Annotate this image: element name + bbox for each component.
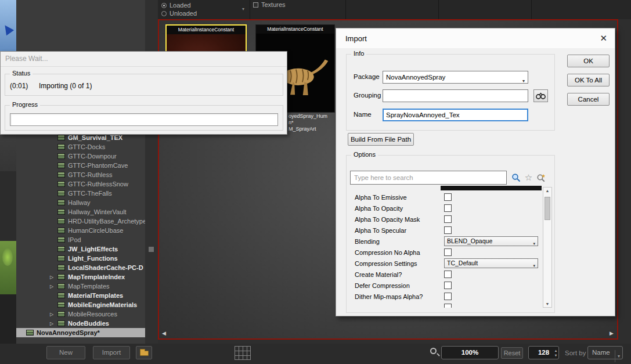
zoom-level-slider[interactable]: 100%: [441, 346, 499, 359]
tree-item[interactable]: ▷MapTemplates: [16, 282, 145, 291]
radio-loaded[interactable]: Loaded: [161, 2, 191, 9]
tree-item[interactable]: MobileEngineMaterials: [16, 300, 145, 309]
option-checkbox[interactable]: [444, 304, 452, 308]
tree-item[interactable]: ▷NodeBuddies: [16, 319, 145, 328]
tree-item[interactable]: IPod: [16, 235, 145, 244]
build-from-file-path-button[interactable]: Build From File Path: [348, 133, 414, 146]
option-checkbox[interactable]: [444, 248, 452, 256]
info-groupbox: Info Package NovaAnnoyedSpray ▾ Grouping…: [346, 54, 555, 131]
package-combobox[interactable]: NovaAnnoyedSpray ▾: [383, 71, 528, 84]
tree-item[interactable]: JW_LightEffects: [16, 244, 145, 254]
tree-item[interactable]: GTTC-Downpour: [16, 152, 145, 161]
tree-item-label: HumanCircleUbase: [68, 227, 123, 234]
asset-name-line: n*: [289, 120, 327, 126]
import-button[interactable]: Import: [93, 346, 130, 359]
option-checkbox[interactable]: [444, 226, 452, 234]
tree-item[interactable]: GTTC-Docks: [16, 142, 145, 152]
please-wait-title: Please Wait...: [5, 55, 48, 63]
tree-item[interactable]: GTTC-TheFalls: [16, 189, 145, 198]
expander-icon[interactable]: ▷: [50, 312, 57, 317]
scroll-up-icon[interactable]: ▲: [543, 189, 551, 193]
favorites-button[interactable]: ☆: [522, 171, 535, 185]
hscroll-right-icon[interactable]: ▶: [610, 330, 614, 336]
thumbnail-size-value: 128: [538, 349, 549, 356]
import-options-list: Alpha To EmissiveAlpha To OpacityAlpha T…: [350, 192, 542, 308]
option-checkbox[interactable]: [444, 193, 452, 201]
tree-item[interactable]: NovaAnnoyedSpray*: [16, 328, 145, 337]
name-label: Name: [354, 111, 372, 118]
search-options-icon: [536, 173, 546, 182]
scroll-down-icon[interactable]: ▼: [543, 302, 551, 306]
binoculars-icon: [536, 92, 546, 99]
asset-name-line: M_SprayArt: [289, 126, 327, 132]
sort-field-dropdown[interactable]: Name ▾: [587, 346, 623, 359]
tree-item[interactable]: ▷MapTemplateIndex: [16, 272, 145, 282]
open-package-button[interactable]: [136, 346, 152, 359]
asset-name-label: oyedSpray_Humn*M_SprayArt: [289, 113, 327, 132]
tree-item[interactable]: GTTC-RuthlessSnow: [16, 179, 145, 189]
browse-groups-button[interactable]: [533, 89, 548, 102]
grass-tuft: [2, 248, 13, 266]
asset-type-label: MaterialInstanceConstant: [256, 25, 334, 34]
tree-item[interactable]: Hallway: [16, 198, 145, 207]
tree-item[interactable]: GTTC-Ruthless: [16, 170, 145, 179]
option-checkbox[interactable]: [444, 204, 452, 212]
expander-icon[interactable]: ▷: [50, 284, 57, 289]
column-divider: [531, 0, 532, 19]
thumbnail-size-stepper[interactable]: 128 ▴▾: [528, 346, 559, 359]
option-label: Alpha To Opacity Mask: [350, 216, 444, 223]
tree-item-label: MapTemplates: [68, 283, 110, 290]
scrollbar-thumb[interactable]: [545, 197, 550, 220]
tree-item-label: GTTC-Docks: [68, 143, 105, 150]
tree-item[interactable]: GTTC-PhantomCave: [16, 161, 145, 170]
option-checkbox[interactable]: [444, 282, 452, 289]
filter-dropdown-arrow-icon[interactable]: ▾: [242, 6, 244, 12]
advanced-search-button[interactable]: [535, 171, 547, 185]
option-checkbox[interactable]: [444, 293, 452, 300]
stepper-arrows-icon[interactable]: ▴▾: [555, 348, 557, 358]
import-dialog-titlebar[interactable]: Import ✕: [336, 28, 615, 48]
ok-to-all-button[interactable]: OK To All: [567, 74, 610, 87]
tree-item[interactable]: HumanCircleUbase: [16, 226, 145, 235]
option-row: BlendingBLEND_Opaque▾: [350, 236, 542, 247]
ok-button[interactable]: OK: [567, 55, 610, 67]
checkbox-textures[interactable]: Textures: [253, 1, 286, 8]
property-column-splitter[interactable]: [441, 186, 542, 190]
grouping-combobox[interactable]: [383, 89, 528, 102]
textures-label: Textures: [261, 1, 286, 8]
asset-name-line: oyedSpray_Hum: [289, 113, 327, 120]
progress-bar: [10, 113, 278, 126]
tree-item[interactable]: MaterialTemplates: [16, 291, 145, 300]
package-icon: [57, 274, 65, 280]
tree-item[interactable]: ▷MobileResources: [16, 309, 145, 319]
package-label: Package: [354, 73, 380, 80]
tree-item[interactable]: LocalShaderCache-PC-D: [16, 263, 145, 272]
new-package-button[interactable]: New: [46, 346, 85, 359]
thumbnail-view-icon[interactable]: [235, 346, 251, 360]
hscroll-left-icon[interactable]: ◀: [162, 330, 166, 336]
tree-item[interactable]: Light_Functions: [16, 254, 145, 263]
package-icon: [57, 181, 65, 187]
close-icon[interactable]: ✕: [600, 33, 607, 44]
tree-item-label: GTTC-TheFalls: [68, 190, 112, 197]
search-button[interactable]: [510, 171, 522, 185]
expander-icon[interactable]: ▷: [50, 321, 57, 326]
options-search-input[interactable]: [350, 171, 507, 185]
name-input[interactable]: [383, 109, 528, 121]
expander-icon[interactable]: ▷: [50, 275, 57, 280]
radio-unloaded[interactable]: Unloaded: [161, 10, 197, 17]
option-row: Compression SettingsTC_Default▾: [350, 258, 542, 269]
scrollbar-thumb[interactable]: [149, 247, 154, 252]
tree-item[interactable]: Hallway_WinterVault: [16, 207, 145, 217]
tree-item[interactable]: HRD-UtilityBase_Archetypes: [16, 217, 145, 226]
options-scrollbar[interactable]: ▲ ▼: [543, 187, 552, 308]
option-checkbox[interactable]: [444, 271, 452, 278]
viewport-shadow: [0, 171, 16, 241]
checkbox-icon: [253, 2, 258, 8]
option-dropdown[interactable]: TC_Default▾: [444, 258, 538, 268]
option-checkbox[interactable]: [444, 215, 452, 223]
cancel-button[interactable]: Cancel: [567, 93, 610, 106]
zoom-reset-button[interactable]: Reset: [501, 347, 523, 359]
option-dropdown[interactable]: BLEND_Opaque▾: [444, 236, 538, 246]
progress-group-label: Progress: [10, 101, 40, 108]
